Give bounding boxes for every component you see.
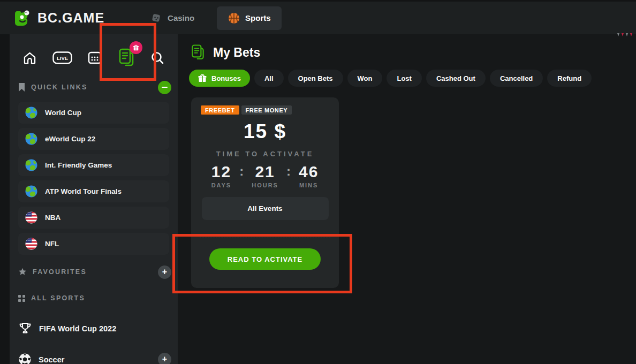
quick-links-header: QUICK LINKS [18, 80, 169, 94]
freebet-bonus-card: FREEBET FREE MONEY 15 $ TIME TO ACTIVATE… [191, 97, 339, 288]
quick-link-label: ATP World Tour Finals [45, 187, 122, 195]
quick-link-nba[interactable]: NBA [18, 207, 169, 229]
card-dashed-divider [200, 238, 330, 238]
quick-link-atp-finals[interactable]: ATP World Tour Finals [18, 180, 169, 202]
filter-lost[interactable]: Lost [387, 70, 421, 87]
countdown-separator: : [239, 162, 244, 188]
filter-cancelled[interactable]: Cancelled [490, 70, 543, 87]
sport-label: Soccer [39, 355, 64, 364]
filter-chips: Bonuses All Open Bets Won Lost Cashed Ou… [189, 70, 592, 87]
filter-label: Won [358, 74, 373, 82]
expand-soccer-button[interactable]: + [158, 353, 171, 364]
bcgame-logo-icon [13, 8, 33, 28]
basketball-icon [228, 12, 240, 25]
home-icon[interactable] [22, 51, 37, 65]
sport-fifa-world-cup[interactable]: FIFA World Cup 2022 [18, 322, 169, 335]
quick-link-eworld-cup[interactable]: eWorld Cup 22 [18, 128, 169, 150]
bcgame-logo-text: BC.GAME [37, 10, 104, 26]
countdown-days: 12 DAYS [211, 162, 232, 188]
usa-flag-icon [25, 237, 38, 251]
globe-icon [25, 158, 38, 172]
star-icon [18, 268, 27, 276]
globe-icon [25, 185, 38, 198]
read-to-activate-button[interactable]: READ TO ACTIVATE [209, 248, 321, 270]
bookmark-icon [18, 83, 25, 92]
all-events-button[interactable]: All Events [202, 197, 329, 220]
quick-link-label: Int. Friendly Games [45, 161, 112, 169]
filter-label: Cashed Out [436, 74, 475, 82]
quick-link-label: eWorld Cup 22 [45, 135, 95, 143]
freebet-badge: FREEBET [201, 105, 239, 115]
filter-cashed-out[interactable]: Cashed Out [426, 70, 486, 87]
globe-icon [25, 132, 38, 146]
dice-icon [150, 12, 162, 24]
quick-link-world-cup[interactable]: World Cup [18, 102, 169, 124]
filter-refund[interactable]: Refund [547, 70, 592, 87]
filter-all[interactable]: All [254, 70, 284, 87]
bonus-amount: 15 $ [191, 120, 339, 143]
globe-icon [25, 106, 38, 119]
schedule-icon[interactable] [87, 50, 102, 65]
countdown-timer: 12 DAYS : 21 HOURS : 46 MINS [191, 162, 339, 188]
collapse-quick-links-button[interactable] [158, 81, 171, 94]
soccer-ball-icon [18, 353, 32, 364]
filter-bonuses[interactable]: Bonuses [189, 70, 250, 87]
sport-soccer[interactable]: Soccer + [18, 353, 169, 364]
quick-links-list: World Cup eWorld Cup 22 [18, 102, 169, 255]
quick-link-nfl[interactable]: NFL [18, 233, 169, 255]
favourites-header: FAVOURITES + [18, 265, 169, 279]
live-events-icon[interactable]: LIVE [52, 51, 72, 64]
bonus-notification-badge [130, 41, 142, 54]
search-icon[interactable] [150, 50, 165, 65]
trophy-icon [18, 322, 32, 335]
countdown-hours: 21 HOURS [252, 162, 278, 188]
countdown-separator: : [286, 162, 291, 188]
topbar: BC.GAME Casino Spo [0, 0, 636, 34]
gift-icon [198, 74, 207, 82]
nav-casino-label: Casino [168, 13, 194, 22]
nav-sports-label: Sports [245, 13, 271, 22]
svg-text:LIVE: LIVE [56, 55, 67, 61]
usa-flag-icon [25, 211, 38, 224]
quick-link-label: NBA [45, 214, 60, 222]
bcgame-logo[interactable]: BC.GAME [13, 8, 104, 28]
filter-label: Cancelled [500, 74, 533, 82]
filter-label: Open Bets [298, 74, 333, 82]
quick-link-label: NFL [45, 240, 59, 248]
left-gutter [0, 34, 10, 364]
countdown-mins: 46 MINS [299, 162, 319, 188]
nav-sports[interactable]: Sports [217, 6, 282, 30]
filter-label: Bonuses [211, 74, 241, 82]
sidebar-icon-row: LIVE [18, 46, 169, 70]
grid-icon [18, 295, 25, 302]
free-money-badge: FREE MONEY [241, 105, 292, 115]
filter-label: All [264, 74, 274, 82]
nav-casino[interactable]: Casino [150, 12, 194, 24]
all-sports-header[interactable]: ALL SPORTS [18, 291, 169, 305]
favourites-label: FAVOURITES [33, 268, 87, 276]
filter-label: Lost [397, 74, 411, 82]
filter-label: Refund [557, 74, 581, 82]
sport-label: FIFA World Cup 2022 [39, 324, 116, 333]
quick-link-int-friendly-games[interactable]: Int. Friendly Games [18, 154, 169, 176]
my-bets-icon [191, 44, 205, 61]
page-header: My Bets [191, 44, 260, 61]
main-content: My Bets Bonuses All Open Bets Won Lost C… [178, 34, 636, 364]
my-bets-icon[interactable] [118, 48, 135, 68]
filter-won[interactable]: Won [347, 70, 383, 87]
time-to-activate-label: TIME TO ACTIVATE [191, 150, 339, 158]
filter-open-bets[interactable]: Open Bets [288, 70, 343, 87]
page-title: My Bets [213, 46, 260, 60]
sidebar: LIVE [10, 34, 178, 364]
quick-link-label: World Cup [45, 109, 81, 117]
all-sports-label: ALL SPORTS [31, 294, 85, 302]
add-favourite-button[interactable]: + [158, 266, 171, 279]
quick-links-label: QUICK LINKS [31, 84, 87, 91]
bonus-badges: FREEBET FREE MONEY [201, 105, 339, 115]
